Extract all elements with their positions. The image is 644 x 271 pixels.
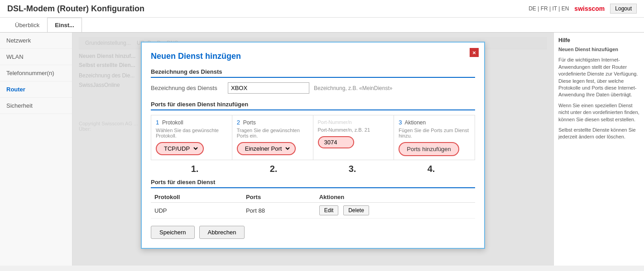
section-ports-label: Ports für diesen Dienst hinzufügen: [151, 101, 475, 110]
tab-einstellungen[interactable]: Einst...: [47, 18, 82, 32]
tab-bar: Überblick Einst...: [0, 18, 644, 33]
page-title: DSL-Modem (Router) Konfiguration: [7, 4, 144, 14]
main-layout: Netzwerk WLAN Telefonnummer(n) Router Si…: [0, 33, 644, 266]
top-bar: DSL-Modem (Router) Konfiguration DE | FR…: [0, 0, 644, 18]
step-label-4: 4.: [392, 164, 471, 174]
protocol-select[interactable]: TCP/UDP TCP UDP: [160, 144, 199, 153]
help-p4: Selbst erstellte Dienste können Sie jede…: [558, 127, 639, 141]
step4-controls: Ports hinzufügen: [399, 142, 470, 156]
protocol-select-wrapper: TCP/UDP TCP UDP: [156, 142, 204, 155]
bezeichnung-form-row: Bezeichnung des Diensts Bezeichnung, z.B…: [151, 82, 475, 94]
step4-sub: Fügen Sie die Ports zum Dienst hinzu.: [399, 128, 470, 138]
step-numbers-row: 1. 2. 3. 4.: [151, 164, 475, 174]
top-right: DE | FR | IT | EN swisscom Logout: [529, 4, 637, 14]
cancel-button[interactable]: Abbrechen: [199, 226, 245, 239]
step3-header: Port-Nummer/n: [318, 119, 389, 125]
help-title: Hilfe: [558, 37, 639, 43]
port-number-input-wrapper: [318, 136, 354, 148]
bezeichnung-label: Bezeichnung des Diensts: [151, 85, 223, 91]
section-bezeichnung-label: Bezeichnung des Diensts: [151, 68, 475, 78]
step3-sub: Port-Nummer/n, z.B. 21: [318, 127, 389, 133]
sidebar-item-wlan[interactable]: WLAN: [0, 49, 72, 65]
step1-num: 1: [156, 119, 159, 126]
ports-table-title: Ports für diesen Dienst: [151, 179, 475, 188]
port-number-input[interactable]: [322, 138, 350, 147]
row-protokoll: UDP: [151, 203, 242, 219]
step2-sub: Tragen Sie die gewünschten Ports ein.: [237, 128, 308, 138]
step-aktionen: 3 Aktionen Fügen Sie die Ports zum Diens…: [394, 115, 475, 160]
step1-controls: TCP/UDP TCP UDP: [156, 142, 227, 155]
save-button[interactable]: Speichern: [151, 226, 195, 239]
col-aktionen: Aktionen: [316, 192, 475, 203]
row-ports: Port 88: [242, 203, 316, 219]
step4-header: 3 Aktionen: [399, 119, 470, 126]
step2-title: Ports: [243, 119, 256, 126]
lang-switcher: DE | FR | IT | EN: [529, 5, 569, 12]
port-type-select[interactable]: Einzelner Port Port-Bereich: [241, 144, 291, 153]
step-port-number: Port-Nummer/n Port-Nummer/n, z.B. 21: [313, 115, 394, 160]
step-label-2: 2.: [234, 164, 313, 174]
add-port-button[interactable]: Ports hinzufügen: [399, 142, 459, 156]
edit-button[interactable]: Edit: [319, 205, 339, 215]
bezeichnung-hint: Bezeichnung, z.B. «MeinDienst»: [314, 85, 392, 91]
port-type-select-wrapper: Einzelner Port Port-Bereich: [237, 142, 296, 155]
help-p2: Für die wichtigsten Internet-Anwendungen…: [558, 57, 639, 98]
step2-header: 2 Ports: [237, 119, 308, 126]
help-panel: Hilfe Neuen Dienst hinzufügen Für die wi…: [553, 33, 644, 266]
delete-button[interactable]: Delete: [343, 205, 369, 215]
sidebar: Netzwerk WLAN Telefonnummer(n) Router Si…: [0, 33, 72, 266]
tab-ueberblick[interactable]: Überblick: [7, 18, 47, 32]
steps-row: 1 Protokoll Wählen Sie das gewünschte Pr…: [151, 115, 475, 160]
step-port-type: 2 Ports Tragen Sie die gewünschten Ports…: [232, 115, 313, 160]
col-ports: Ports: [242, 192, 316, 203]
lang-fr[interactable]: FR: [541, 5, 548, 12]
step1-header: 1 Protokoll: [156, 119, 227, 126]
step1-title: Protokoll: [162, 119, 183, 126]
step4-title: Aktionen: [405, 119, 426, 126]
help-p3: Wenn Sie einen speziellen Dienst nicht u…: [558, 102, 639, 123]
ports-table: Protokoll Ports Aktionen UDP Port 88 Edi…: [151, 192, 475, 219]
sidebar-item-telefonnummer[interactable]: Telefonnummer(n): [0, 65, 72, 81]
row-actions: Edit Delete: [316, 203, 475, 219]
lang-it[interactable]: IT: [552, 5, 557, 12]
sidebar-item-router[interactable]: Router: [0, 81, 72, 98]
lang-de[interactable]: DE: [529, 5, 536, 12]
step-label-3: 3.: [313, 164, 392, 174]
brand-logo: swisscom: [574, 5, 605, 12]
logout-button[interactable]: Logout: [610, 4, 637, 14]
modal-close-button[interactable]: ×: [470, 48, 479, 57]
step-protokoll: 1 Protokoll Wählen Sie das gewünschte Pr…: [151, 115, 232, 160]
col-protokoll: Protokoll: [151, 192, 242, 203]
modal-dialog: Neuen Dienst hinzügen × Bezeichnung des …: [141, 42, 485, 249]
sidebar-item-sicherheit[interactable]: Sicherheit: [0, 98, 72, 114]
step-label-1: 1.: [155, 164, 234, 174]
table-row: UDP Port 88 Edit Delete: [151, 203, 475, 219]
step2-controls: Einzelner Port Port-Bereich: [237, 142, 308, 155]
lang-en[interactable]: EN: [562, 5, 569, 12]
step3-label-top: Port-Nummer/n: [318, 119, 352, 125]
step2-num: 2: [237, 119, 240, 126]
step1-sub: Wählen Sie das gewünschte Protokoll.: [156, 128, 227, 138]
sidebar-item-netzwerk[interactable]: Netzwerk: [0, 33, 72, 49]
step4-num: 3: [399, 119, 402, 126]
content-area: Grundeinstellung... UPnP DynDNS Neuen Di…: [72, 33, 553, 266]
bezeichnung-input[interactable]: [228, 82, 309, 94]
modal-overlay: Neuen Dienst hinzügen × Bezeichnung des …: [72, 33, 553, 266]
ports-table-section: Ports für diesen Dienst Protokoll Ports …: [151, 179, 475, 219]
help-p1: Neuen Dienst hinzufügen: [558, 46, 639, 53]
modal-title: Neuen Dienst hinzügen: [151, 52, 475, 61]
modal-footer: Speichern Abbrechen: [151, 226, 475, 239]
step3-controls: [318, 136, 389, 148]
